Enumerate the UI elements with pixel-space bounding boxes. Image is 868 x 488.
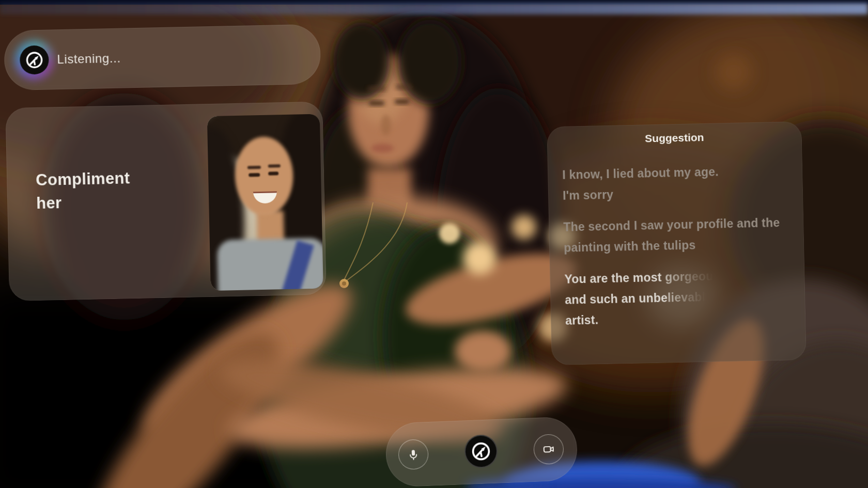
photo-brow bbox=[268, 164, 281, 168]
photo-eye bbox=[249, 173, 260, 177]
suggestion-paragraph: The second I saw your profile and the pa… bbox=[563, 212, 790, 258]
overlay-layer: Listening... Compliment her bbox=[0, 0, 868, 488]
listening-label: Listening... bbox=[57, 51, 121, 67]
suggestion-paragraph-active: You are the most gorgeou and such an unb… bbox=[564, 264, 791, 331]
assistant-logo-icon bbox=[469, 439, 493, 463]
video-camera-icon bbox=[541, 442, 556, 456]
assistant-logo bbox=[20, 45, 49, 75]
photo-eye bbox=[268, 171, 278, 175]
camera-button[interactable] bbox=[533, 434, 564, 465]
suggestion-title: Suggestion bbox=[562, 129, 787, 147]
profile-photo bbox=[207, 114, 323, 291]
suggestion-paragraph: I know, I lied about my age. I'm sorry bbox=[562, 160, 789, 206]
fading-text: lievabl bbox=[668, 290, 706, 305]
prompt-card: Compliment her bbox=[5, 101, 327, 301]
suggestion-panel: Suggestion I know, I lied about my age. … bbox=[547, 121, 807, 365]
microphone-button[interactable] bbox=[398, 439, 429, 470]
fading-text: gorgeou bbox=[665, 270, 714, 284]
glasses-viewport: Listening... Compliment her bbox=[0, 0, 868, 488]
prompt-title: Compliment her bbox=[36, 166, 131, 215]
microphone-icon bbox=[406, 447, 421, 462]
control-bar bbox=[385, 416, 578, 487]
listening-status-pill: Listening... bbox=[4, 24, 321, 91]
assistant-button[interactable] bbox=[464, 434, 498, 468]
photo-brow bbox=[247, 166, 261, 169]
